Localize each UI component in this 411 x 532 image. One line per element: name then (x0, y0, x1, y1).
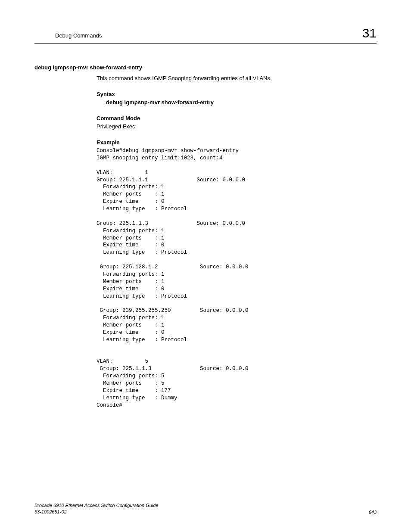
command-mode-heading: Command Mode (97, 115, 377, 121)
syntax-command: debug igmpsnp-mvr show-forward-entry (106, 99, 377, 106)
footer-page-number: 643 (369, 510, 377, 515)
page-header: Debug Commands 31 (34, 26, 377, 40)
example-code: Console#debug igmpsnp-mvr show-forward-e… (97, 147, 377, 409)
header-title: Debug Commands (55, 32, 102, 39)
example-heading: Example (97, 139, 377, 146)
content-block: This command shows IGMP Snooping forward… (97, 75, 377, 409)
section-description: This command shows IGMP Snooping forward… (97, 75, 377, 81)
syntax-heading: Syntax (97, 91, 377, 97)
page-footer: Brocade 6910 Ethernet Access Switch Conf… (34, 502, 377, 515)
footer-left: Brocade 6910 Ethernet Access Switch Conf… (34, 502, 159, 515)
footer-guide-title: Brocade 6910 Ethernet Access Switch Conf… (34, 502, 159, 508)
footer-doc-number: 53-1002651-02 (34, 509, 159, 515)
command-mode-text: Privileged Exec (97, 123, 377, 130)
section-title: debug igmpsnp-mvr show-forward-entry (34, 64, 377, 71)
header-rule (34, 43, 377, 44)
chapter-number: 31 (362, 26, 377, 40)
